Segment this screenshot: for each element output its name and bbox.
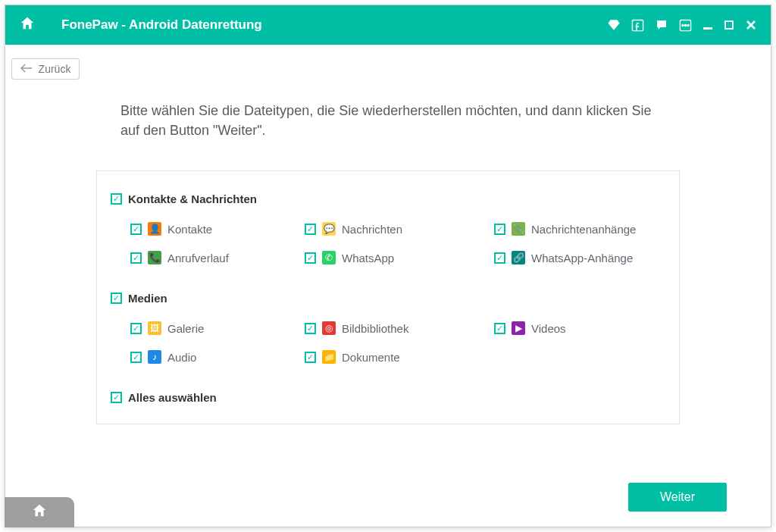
section-select-all: ✓ Alles auswählen	[111, 391, 665, 404]
svg-rect-0	[632, 20, 643, 30]
checkbox-nachrichten[interactable]: ✓	[305, 224, 316, 235]
messages-icon: 💬	[322, 222, 336, 236]
checkbox-bildbibliothek[interactable]: ✓	[305, 323, 316, 334]
picture-library-icon: ◎	[322, 321, 336, 335]
type-item-whatsapp[interactable]: ✓ ✆ WhatsApp	[305, 251, 494, 264]
back-label: Zurück	[39, 63, 71, 75]
checkbox-nachrichten-anh[interactable]: ✓	[494, 224, 505, 235]
footer-home-tab[interactable]	[5, 497, 74, 527]
select-all-label: Alles auswählen	[128, 391, 217, 404]
audio-icon: ♪	[148, 350, 161, 364]
checkbox-section-contacts[interactable]: ✓	[111, 193, 122, 205]
type-item-dokumente[interactable]: ✓ 📁 Dokumente	[305, 350, 494, 364]
call-log-icon: 📞	[148, 251, 161, 264]
checkbox-dokumente[interactable]: ✓	[305, 352, 316, 363]
instruction-text: Bitte wählen Sie die Dateitypen, die Sie…	[45, 101, 731, 140]
home-icon[interactable]	[19, 15, 46, 35]
type-label: Anrufverlauf	[167, 252, 229, 264]
svg-point-4	[687, 24, 689, 26]
facebook-icon[interactable]	[631, 19, 644, 32]
minimize-icon[interactable]	[702, 20, 713, 30]
type-label: WhatsApp-Anhänge	[531, 252, 633, 264]
gallery-icon: 🖼	[148, 321, 161, 335]
type-label: Audio	[167, 351, 196, 364]
next-button[interactable]: Weiter	[628, 483, 727, 512]
contacts-icon: 👤	[148, 222, 161, 236]
arrow-left-icon	[20, 63, 33, 75]
type-label: Dokumente	[342, 351, 400, 364]
type-selection-panel: ✓ Kontakte & Nachrichten ✓ 👤 Kontakte ✓ …	[96, 171, 680, 424]
checkbox-whatsapp[interactable]: ✓	[305, 252, 316, 264]
app-title: FonePaw - Android Datenrettung	[61, 17, 262, 33]
more-icon[interactable]	[679, 19, 692, 32]
type-label: Kontakte	[167, 223, 212, 236]
checkbox-select-all[interactable]: ✓	[111, 392, 122, 403]
checkbox-galerie[interactable]: ✓	[130, 323, 142, 334]
documents-icon: 📁	[322, 350, 336, 364]
section-contacts: ✓ Kontakte & Nachrichten	[111, 192, 665, 205]
type-label: Videos	[531, 322, 566, 335]
type-label: WhatsApp	[342, 252, 394, 264]
titlebar: FonePaw - Android Datenrettung	[5, 5, 771, 45]
checkbox-kontakte[interactable]: ✓	[130, 224, 142, 235]
type-label: Galerie	[167, 322, 204, 335]
type-label: Nachrichtenanhänge	[531, 223, 636, 236]
section-contacts-label: Kontakte & Nachrichten	[128, 192, 257, 205]
checkbox-audio[interactable]: ✓	[130, 352, 142, 363]
checkbox-anrufverlauf[interactable]: ✓	[130, 252, 142, 264]
maximize-icon[interactable]	[724, 20, 734, 30]
type-item-nachrichten-anh[interactable]: ✓ 📎 Nachrichtenanhänge	[494, 222, 691, 236]
checkbox-whatsapp-anh[interactable]: ✓	[494, 252, 505, 264]
type-item-anrufverlauf[interactable]: ✓ 📞 Anrufverlauf	[130, 251, 305, 264]
close-icon[interactable]	[745, 19, 757, 31]
type-item-whatsapp-anh[interactable]: ✓ 🔗 WhatsApp-Anhänge	[494, 251, 691, 264]
type-item-kontakte[interactable]: ✓ 👤 Kontakte	[130, 222, 305, 236]
type-item-galerie[interactable]: ✓ 🖼 Galerie	[130, 321, 305, 335]
section-media: ✓ Medien	[111, 292, 665, 305]
type-item-videos[interactable]: ✓ ▶ Videos	[494, 321, 691, 335]
checkbox-videos[interactable]: ✓	[494, 323, 505, 334]
app-window: FonePaw - Android Datenrettung Zurü	[5, 5, 771, 527]
type-item-audio[interactable]: ✓ ♪ Audio	[130, 350, 305, 364]
type-item-nachrichten[interactable]: ✓ 💬 Nachrichten	[305, 222, 494, 236]
whatsapp-attachments-icon: 🔗	[512, 251, 525, 264]
type-label: Bildbibliothek	[342, 322, 408, 335]
home-icon	[31, 502, 48, 522]
videos-icon: ▶	[512, 321, 525, 335]
svg-point-2	[682, 24, 684, 26]
next-label: Weiter	[660, 490, 695, 503]
type-item-bildbibliothek[interactable]: ✓ ◎ Bildbibliothek	[305, 321, 494, 335]
message-attachments-icon: 📎	[512, 222, 525, 236]
section-media-label: Medien	[128, 292, 167, 305]
checkbox-section-media[interactable]: ✓	[111, 293, 122, 304]
whatsapp-icon: ✆	[322, 251, 336, 264]
svg-rect-5	[703, 27, 712, 30]
svg-point-3	[684, 24, 686, 26]
svg-rect-6	[725, 21, 733, 29]
feedback-icon[interactable]	[655, 18, 668, 32]
content-area: Bitte wählen Sie die Dateitypen, die Sie…	[5, 80, 771, 527]
diamond-icon[interactable]	[607, 18, 621, 32]
type-label: Nachrichten	[342, 223, 402, 236]
back-button[interactable]: Zurück	[11, 58, 80, 80]
